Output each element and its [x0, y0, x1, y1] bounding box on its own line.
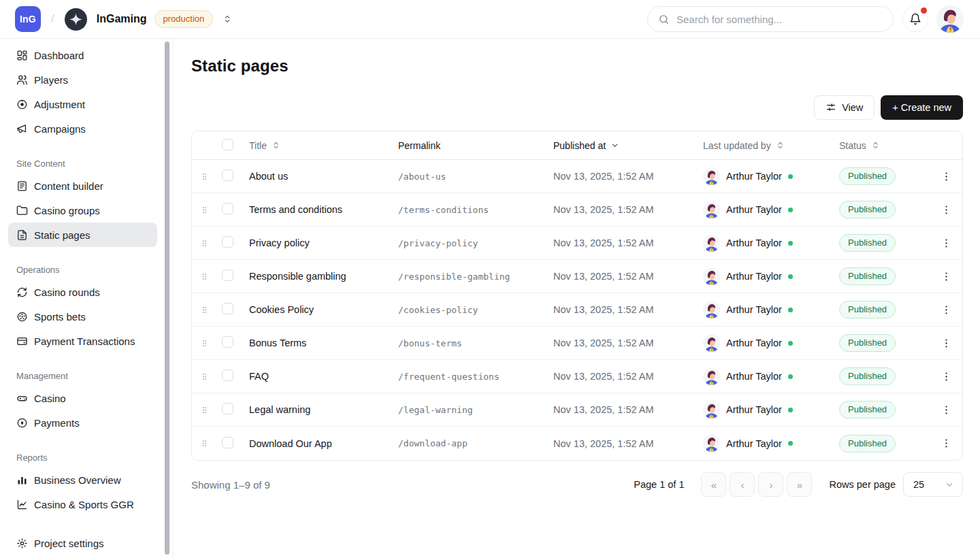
online-status-dot — [788, 441, 793, 446]
drag-handle-icon[interactable] — [200, 305, 209, 315]
table-row[interactable]: Download Our App /download-app Nov 13, 2… — [192, 427, 962, 460]
global-search[interactable] — [647, 6, 894, 32]
pagination-button[interactable]: ‹ — [730, 472, 755, 497]
drag-handle-icon[interactable] — [200, 205, 209, 215]
sidebar-item[interactable]: Content builder — [8, 174, 157, 198]
sort-icon[interactable] — [776, 141, 785, 150]
table-row[interactable]: About us /about-us Nov 13, 2025, 1:52 AM… — [192, 160, 962, 193]
topbar: InG / InGaming production — [0, 0, 980, 39]
drag-handle-icon[interactable] — [200, 405, 209, 415]
sort-icon[interactable] — [272, 141, 280, 150]
row-checkbox[interactable] — [222, 203, 233, 214]
table-row[interactable]: Terms and conditions /terms-conditions N… — [192, 193, 962, 227]
sidebar-item[interactable]: Adjustment — [8, 92, 157, 116]
row-checkbox[interactable] — [222, 336, 233, 348]
drag-handle-icon[interactable] — [200, 338, 209, 348]
drag-handle-icon[interactable] — [200, 238, 209, 248]
players-icon — [16, 74, 28, 86]
row-actions-menu-icon[interactable] — [941, 338, 952, 349]
rows-per-page-label: Rows per page — [829, 479, 896, 490]
app-logo[interactable]: InG — [15, 6, 41, 32]
row-actions-menu-icon[interactable] — [941, 304, 952, 316]
table-row[interactable]: Legal warning /legal-warning Nov 13, 202… — [192, 393, 962, 427]
table-row[interactable]: Privacy policy /privacy-policy Nov 13, 2… — [192, 227, 962, 260]
row-actions-menu-icon[interactable] — [941, 271, 952, 282]
sports-bets-icon — [16, 311, 28, 323]
sidebar-item[interactable]: Casino rounds — [8, 280, 157, 304]
column-last-updated-by[interactable]: Last updated by — [703, 140, 839, 151]
chevrons-up-down-icon[interactable] — [222, 14, 233, 24]
row-actions-menu-icon[interactable] — [941, 404, 952, 416]
rows-per-page-select[interactable]: 25 — [903, 472, 963, 497]
table-row[interactable]: Responsible gambling /responsible-gambli… — [192, 260, 962, 293]
published-at-cell: Nov 13, 2025, 1:52 AM — [553, 438, 703, 449]
view-button[interactable]: View — [814, 95, 875, 120]
project-avatar[interactable] — [65, 8, 87, 31]
row-checkbox[interactable] — [222, 303, 233, 314]
select-all-checkbox[interactable] — [222, 139, 233, 150]
status-badge: Published — [839, 334, 896, 352]
updated-by-cell: Arthur Taylor — [703, 335, 839, 352]
breadcrumb-separator: / — [51, 12, 54, 26]
toolbar: View + Create new — [191, 95, 963, 120]
sort-desc-icon[interactable] — [610, 141, 619, 150]
sidebar-item[interactable]: Campaigns — [8, 116, 157, 141]
permalink-cell: /responsible-gambling — [398, 272, 553, 282]
user-avatar[interactable] — [936, 5, 964, 33]
row-actions-menu-icon[interactable] — [941, 171, 952, 182]
row-actions-menu-icon[interactable] — [941, 237, 952, 249]
sidebar-item[interactable]: Payments — [8, 410, 157, 435]
main-content: Static pages View + Create new Title — [174, 39, 980, 558]
table-row[interactable]: FAQ /frequent-questions Nov 13, 2025, 1:… — [192, 360, 962, 393]
drag-handle-icon[interactable] — [200, 272, 209, 282]
row-checkbox[interactable] — [222, 403, 233, 414]
sidebar-item[interactable]: Sports bets — [8, 304, 157, 329]
published-at-cell: Nov 13, 2025, 1:52 AM — [553, 271, 703, 282]
table-row[interactable]: Cookies Policy /cookies-policy Nov 13, 2… — [192, 293, 962, 327]
sidebar-item[interactable]: Players — [8, 67, 157, 92]
sidebar-section: Content builder Casino groups Static pag… — [0, 174, 173, 247]
published-at-cell: Nov 13, 2025, 1:52 AM — [553, 204, 703, 215]
drag-handle-icon[interactable] — [200, 438, 209, 448]
pagination-button[interactable]: « — [701, 472, 726, 497]
user-avatar — [703, 201, 720, 218]
notifications-button[interactable] — [902, 6, 928, 32]
column-published-at[interactable]: Published at — [553, 140, 703, 151]
table-row[interactable]: Bonus Terms /bonus-terms Nov 13, 2025, 1… — [192, 327, 962, 360]
page-title-cell: FAQ — [249, 371, 398, 382]
sidebar-scrollbar[interactable] — [165, 42, 169, 555]
payments-icon — [16, 417, 28, 429]
row-checkbox[interactable] — [222, 169, 233, 181]
column-status[interactable]: Status — [839, 140, 930, 151]
sidebar-item-project-settings[interactable]: Project settings — [8, 531, 157, 555]
status-badge: Published — [839, 367, 896, 385]
row-actions-menu-icon[interactable] — [941, 438, 952, 449]
column-title[interactable]: Title — [249, 140, 398, 151]
row-checkbox[interactable] — [222, 437, 233, 448]
row-actions-menu-icon[interactable] — [941, 204, 952, 216]
drag-handle-icon[interactable] — [200, 171, 209, 182]
page-title-cell: Legal warning — [249, 404, 398, 415]
row-actions-menu-icon[interactable] — [941, 371, 952, 382]
drag-handle-icon[interactable] — [200, 372, 209, 382]
create-new-button[interactable]: + Create new — [881, 95, 963, 120]
sidebar-item[interactable]: Payment Transactions — [8, 329, 157, 353]
sidebar-item[interactable]: Casino & Sports GGR — [8, 492, 157, 516]
search-input[interactable] — [676, 14, 883, 25]
dashboard-icon — [16, 50, 28, 61]
pagination-button[interactable]: » — [787, 472, 812, 497]
row-checkbox[interactable] — [222, 370, 233, 381]
sort-icon[interactable] — [871, 141, 880, 150]
online-status-dot — [788, 308, 793, 312]
static-pages-table: Title Permalink Published at — [191, 131, 963, 461]
row-checkbox[interactable] — [222, 236, 233, 248]
permalink-cell: /bonus-terms — [398, 338, 553, 348]
sidebar-item[interactable]: Casino groups — [8, 198, 157, 223]
permalink-cell: /terms-conditions — [398, 205, 553, 215]
sidebar-item[interactable]: Business Overview — [8, 467, 157, 492]
pagination-button[interactable]: › — [758, 472, 783, 497]
sidebar-item[interactable]: Dashboard — [8, 43, 157, 67]
row-checkbox[interactable] — [222, 269, 233, 281]
sidebar-item[interactable]: Static pages — [8, 223, 157, 247]
sidebar-item[interactable]: Casino — [8, 386, 157, 410]
